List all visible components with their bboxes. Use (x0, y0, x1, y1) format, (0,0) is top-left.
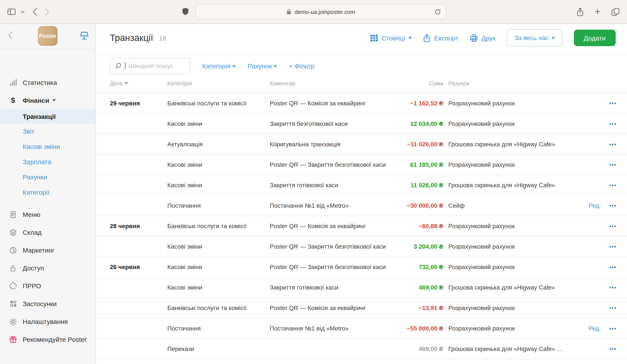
cell-amount: 61 185,00 ₴ (386, 161, 443, 168)
cell-amount: 11 026,00 ₴ (386, 182, 443, 188)
filter-bar: Швидкий пошук Категорія Рахунок + Фільтр (110, 58, 613, 74)
sidebar-item-finance[interactable]: $ Фінанси (0, 91, 96, 109)
sidebar-item-marketing[interactable]: Маркетинг (0, 241, 96, 259)
cell-account: Розрахунковий рахунок (448, 325, 579, 332)
cell-category: Перекази (167, 345, 270, 352)
cell-category: Касові зміни (167, 263, 270, 270)
address-bar[interactable]: demo-ua.joinposter.com (195, 4, 446, 19)
table-row[interactable]: Касові зміни Закриття готівкової каси 11… (96, 175, 627, 195)
sidebar-item-accounts[interactable]: Рахунки (0, 169, 96, 185)
cell-amount: −11 026,00 ₴ (386, 141, 443, 148)
cell-category: Постачання (167, 325, 270, 332)
table-row[interactable]: 26 червня Касові зміни Poster QR — Закри… (96, 257, 627, 277)
table-row[interactable]: Постачання Постачання №1 від «Metro» −55… (96, 318, 627, 339)
new-tab-icon[interactable]: + (595, 6, 600, 17)
gift-icon (8, 335, 18, 343)
add-button[interactable]: Додати (574, 30, 616, 46)
sidebar-item-salary[interactable]: Зарплата (0, 154, 96, 169)
cell-comment: Постачання №1 від «Metro» (270, 202, 386, 209)
row-actions-icon[interactable]: ••• (601, 243, 617, 250)
table-row[interactable]: Банківські послуги та комісії Poster QR … (96, 298, 627, 318)
table-row[interactable]: Касові зміни Poster QR — Закриття безгот… (96, 236, 627, 257)
back-button-icon[interactable] (32, 7, 38, 16)
row-actions-icon[interactable]: ••• (601, 305, 617, 311)
cell-comment: Закриття готівкової каси (270, 182, 386, 188)
sidebar-item-label: Касові зміни (23, 143, 60, 150)
sidebar-item-menu[interactable]: Меню (0, 206, 96, 223)
table-row[interactable]: Перекази 469,00 ₴ Грошова скринька для «… (96, 339, 627, 359)
row-actions-icon[interactable]: ••• (601, 202, 617, 209)
column-header-date[interactable]: Дата (110, 80, 167, 87)
sidebar-item-categories[interactable]: Категорії (0, 185, 96, 200)
row-actions-icon[interactable]: ••• (601, 120, 617, 127)
cell-category: Касові зміни (167, 243, 270, 250)
row-actions-icon[interactable]: ••• (601, 284, 617, 291)
table-row[interactable]: Касові зміни Poster QR — Закриття безгот… (96, 155, 627, 175)
row-actions-icon[interactable]: ••• (601, 141, 617, 147)
sidebar-item-cash-shifts[interactable]: Касові зміни (0, 139, 96, 154)
table-row[interactable]: Касові зміни Закриття готівкової каси 46… (96, 277, 627, 298)
print-label: Друк (481, 34, 496, 42)
row-actions-icon[interactable]: ••• (601, 161, 617, 168)
edit-link[interactable]: Ред. (579, 325, 601, 332)
sidebar-item-settings[interactable]: Налаштування (0, 313, 96, 330)
account-filter[interactable]: Рахунок (248, 62, 277, 69)
table-row[interactable]: Постачання Постачання №1 від «Metro» −30… (96, 195, 627, 216)
browser-toolbar: demo-ua.joinposter.com + (0, 0, 627, 24)
sidebar-item-access[interactable]: Доступ (0, 259, 96, 277)
forward-button-icon[interactable] (45, 7, 50, 16)
columns-icon (370, 34, 378, 42)
cell-category: Банківські послуги та комісії (167, 304, 270, 311)
table-row[interactable]: Касові зміни Закриття безготівкової каси… (96, 114, 627, 134)
sidebar-item-prro[interactable]: ПРРО (0, 277, 96, 295)
category-filter[interactable]: Категорія (202, 62, 236, 69)
table-row[interactable]: Актуалізація Коригувальна транзакція −11… (96, 134, 627, 155)
sidebar-collapse-icon[interactable] (8, 31, 13, 39)
sidebar-item-label: Звіт (23, 128, 34, 135)
caret-down-icon (409, 37, 412, 41)
columns-label: Стовпці (381, 34, 405, 42)
row-actions-icon[interactable]: ••• (601, 100, 617, 106)
search-input[interactable]: Швидкий пошук (110, 58, 190, 74)
export-button[interactable]: Експорт (423, 34, 458, 42)
caret-down-icon (274, 65, 277, 69)
privacy-shield-icon[interactable] (181, 7, 189, 16)
sidebar-item-label: Фінанси (23, 97, 49, 104)
sidebar-item-statistics[interactable]: Статистика (0, 74, 96, 91)
pos-terminal-icon[interactable] (79, 31, 90, 41)
tab-overview-icon[interactable] (611, 7, 620, 16)
sidebar-item-applications[interactable]: Застосунки (0, 295, 96, 313)
print-button[interactable]: Друк (470, 34, 496, 42)
poster-logo[interactable]: Poster (38, 26, 57, 46)
sidebar-item-label: Застосунки (23, 300, 57, 307)
row-actions-icon[interactable]: ••• (601, 223, 617, 229)
row-actions-icon[interactable]: ••• (601, 325, 617, 332)
dollar-icon: $ (8, 96, 18, 105)
chevron-down-icon[interactable] (20, 10, 25, 13)
row-actions-icon[interactable]: ••• (601, 346, 617, 352)
columns-button[interactable]: Стовпці (370, 34, 412, 42)
edit-link[interactable]: Ред. (579, 202, 601, 209)
add-filter-label: + Фільтр (289, 62, 314, 69)
cell-comment: Коригувальна транзакція (270, 141, 386, 148)
page-title: Транзакції (110, 33, 153, 43)
sidebar-item-storage[interactable]: Склад (0, 223, 96, 241)
reload-icon[interactable] (434, 8, 441, 16)
sidebar-toggle-icon[interactable] (7, 7, 16, 16)
table-row[interactable]: 29 червня Банківські послуги та комісії … (96, 93, 627, 114)
cell-category: Касові зміни (167, 182, 270, 188)
row-actions-icon[interactable]: ••• (601, 264, 617, 270)
sidebar-item-label: Рахунки (23, 173, 47, 181)
sidebar-item-recommend[interactable]: Рекомендуйте Poster (0, 330, 96, 348)
sidebar-item-report[interactable]: Звіт (0, 124, 96, 139)
poster-logo-text: Poster (39, 33, 56, 39)
add-filter-button[interactable]: + Фільтр (289, 62, 314, 69)
share-icon[interactable] (576, 7, 584, 16)
cell-account: Розрахунковий рахунок (448, 161, 579, 168)
row-actions-icon[interactable]: ••• (601, 182, 617, 188)
cell-account: Розрахунковий рахунок (448, 223, 579, 229)
table-row[interactable]: 28 червня Банківські послуги та комісії … (96, 216, 627, 236)
period-selector-button[interactable]: За весь час (507, 29, 562, 46)
sidebar-item-transactions[interactable]: Транзакції (0, 109, 96, 124)
cell-comment: Poster QR — Комісія за еквайринг (270, 223, 386, 229)
